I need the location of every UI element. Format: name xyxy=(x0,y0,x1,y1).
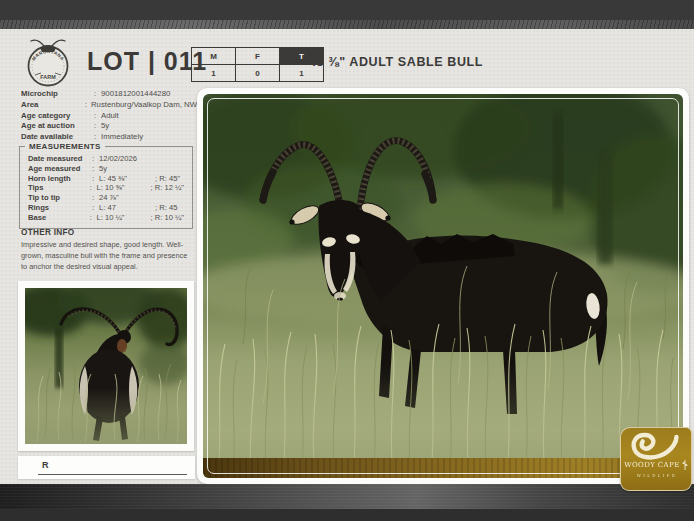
lot-number-title: LOT | 011 xyxy=(87,47,207,76)
brand-subtitle: WILDLIFE xyxy=(635,473,678,478)
other-info-heading: OTHER INFO xyxy=(21,228,75,237)
bottom-leather-band xyxy=(0,484,694,509)
bottom-black-bar xyxy=(0,509,694,521)
gold-brand-band xyxy=(203,458,683,478)
measure-row-tips: Tips : L: 10 ⅝" ; R: 12 ¼" xyxy=(28,183,184,193)
price-write-in-bar: R xyxy=(18,456,195,479)
measure-row-rings: Rings : L: 47 ; R: 45 xyxy=(28,203,184,213)
top-brushed-metal-band xyxy=(0,20,694,29)
main-photo-frame xyxy=(197,88,689,484)
main-photo-sable-bull xyxy=(203,94,683,478)
lot-description-title: 45 ⅜" ADULT SABLE BULL xyxy=(309,55,483,69)
farm-logo-badge: MARUNYANA FARM xyxy=(20,35,76,91)
measure-row-age-measured: Age measured : 5y xyxy=(28,164,184,174)
measure-row-tip-to-tip: Tip to tip : 24 ⅞" xyxy=(28,193,184,203)
detail-row-age-at-auction: Age at auction : 5y xyxy=(21,121,197,132)
protea-sprig-icon xyxy=(682,459,688,471)
measurements-panel: MEASUREMENTS Date measured : 12/02/2026 … xyxy=(19,146,193,229)
sex-count-female: 0 xyxy=(236,65,280,82)
detail-row-microchip: Microchip : 9001812001444280 xyxy=(21,89,197,100)
auction-lot-card: MARUNYANA FARM LOT | 011 M F T 1 0 1 45 … xyxy=(0,0,694,521)
sex-count-table: M F T 1 0 1 xyxy=(191,47,324,82)
measure-row-date-measured: Date measured : 12/02/2026 xyxy=(28,154,184,164)
farm-word-text: FARM xyxy=(40,74,56,80)
measurements-heading: MEASUREMENTS xyxy=(25,142,105,151)
secondary-photo-sable-rear xyxy=(25,288,187,444)
sex-col-female: F xyxy=(236,48,280,65)
currency-symbol: R xyxy=(42,460,49,470)
measure-row-horn-length: Horn length : L: 45 ⅜" ; R: 45" xyxy=(28,174,184,184)
woody-cape-logo-tab: WOODY CAPE WILDLIFE xyxy=(620,427,692,491)
measure-row-base: Base : L: 10 ¼" ; R: 10 ¼" xyxy=(28,213,184,223)
animal-details: Microchip : 9001812001444280 Area : Rust… xyxy=(21,89,197,143)
detail-row-area: Area : Rustenburg/Vaalkop Dam, NW xyxy=(21,100,197,111)
sex-count-male: 1 xyxy=(192,65,236,82)
horn-swoosh-icon xyxy=(627,429,685,461)
top-black-bar xyxy=(0,0,694,20)
other-info-text: Impressive and desired shape, good lengt… xyxy=(21,239,193,272)
sex-col-male: M xyxy=(192,48,236,65)
farm-logo-icon: MARUNYANA FARM xyxy=(20,35,76,91)
brand-name: WOODY CAPE xyxy=(624,461,679,469)
detail-row-age-category: Age category : Adult xyxy=(21,111,197,122)
secondary-photo-frame xyxy=(18,281,194,451)
price-blank-line xyxy=(38,474,187,475)
